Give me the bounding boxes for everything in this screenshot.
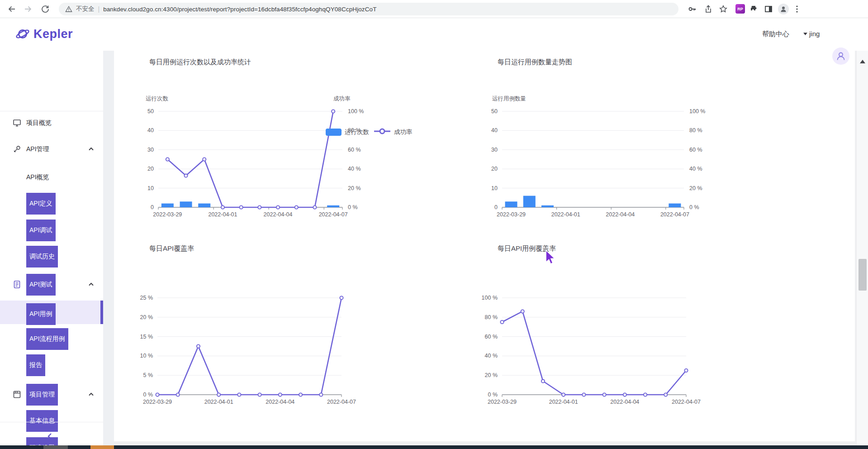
svg-text:成功率: 成功率 [333,96,351,102]
svg-text:30: 30 [147,147,154,153]
chevron-up-icon [88,146,95,153]
extension-rp-icon[interactable]: RP [735,4,745,14]
svg-text:2022-04-07: 2022-04-07 [319,211,348,218]
sidebar-item-api-flow-case[interactable]: API流程用例 [0,328,103,350]
kepler-logo[interactable]: Kepler [15,26,73,42]
sidebar-item-basic-info[interactable]: 基本信息 [0,410,103,432]
person-icon [836,51,846,61]
security-label: 不安全 [76,5,95,13]
legend-label: 成功率 [394,128,413,136]
browser-profile-avatar[interactable] [778,4,789,14]
svg-text:20 %: 20 % [140,314,153,320]
svg-text:2022-04-04: 2022-04-04 [264,211,293,218]
scrollbar-thumb[interactable] [859,259,867,291]
svg-text:0 %: 0 % [689,204,699,210]
svg-text:100 %: 100 % [348,108,364,115]
svg-text:60 %: 60 % [485,334,498,340]
sidebar-item-label: 基本信息 [26,410,58,432]
share-icon[interactable] [704,5,713,14]
page-scrollbar[interactable] [856,51,868,445]
svg-text:2022-04-01: 2022-04-01 [551,211,580,218]
user-avatar[interactable] [832,48,849,65]
sidebar-item-api-test[interactable]: API测试 [0,274,103,296]
svg-text:2022-03-29: 2022-03-29 [488,399,517,405]
svg-text:运行次数: 运行次数 [146,96,169,102]
app-header: Kepler 帮助中心 jing [0,18,868,51]
warning-icon [65,5,72,13]
sidebar-divider [0,422,103,422]
caret-down-icon [803,31,808,36]
side-panel-icon[interactable] [764,5,773,14]
svg-text:0 %: 0 % [488,392,498,398]
svg-text:50: 50 [491,108,498,115]
user-menu[interactable]: jing [803,30,820,38]
sidebar-item-label: API流程用例 [26,328,68,350]
password-key-icon[interactable] [688,5,697,14]
svg-text:5 %: 5 % [143,372,153,378]
sidebar-item-api-define[interactable]: API定义 [0,193,103,215]
svg-text:40 %: 40 % [689,166,702,172]
board-icon [13,390,22,399]
url-separator: | [98,5,100,13]
sidebar-item-project-manage[interactable]: 项目管理 [0,384,103,406]
sidebar-item-api-manage[interactable]: API管理 [0,139,103,160]
url-text: bankdev.cloud2go.cn:4300/project/test/re… [103,6,376,13]
svg-text:10 %: 10 % [140,353,153,359]
api-icon [13,145,22,154]
chart-title-case-trend: 每日运行用例数量走势图 [498,58,572,67]
chevron-left-icon [46,432,53,440]
svg-text:运行用例数量: 运行用例数量 [492,96,526,102]
username: jing [809,30,820,38]
sidebar-item-label: 报告 [26,354,45,376]
sidebar-item-label: API定义 [26,193,56,215]
svg-text:2022-04-01: 2022-04-01 [204,399,233,405]
svg-text:40: 40 [147,127,154,134]
svg-text:2022-04-01: 2022-04-01 [549,399,578,405]
forward-icon[interactable] [24,5,33,14]
sidebar-item-api-case[interactable]: API用例 [0,303,103,325]
collapse-sidebar-button[interactable] [38,429,62,444]
legend-item-bar[interactable]: 运行次数 [326,128,369,136]
svg-text:2022-04-01: 2022-04-01 [208,211,237,218]
browser-toolbar: 不安全 | bankdev.cloud2go.cn:4300/project/t… [0,0,868,18]
sidebar-item-report[interactable]: 报告 [0,354,103,376]
extensions-puzzle-icon[interactable] [749,5,759,14]
svg-text:2022-04-07: 2022-04-07 [327,399,356,405]
reload-icon[interactable] [41,5,50,14]
sidebar-item-debug-history[interactable]: 调试历史 [0,246,103,267]
svg-text:2022-04-04: 2022-04-04 [266,399,294,405]
video-progress-bar [0,445,868,449]
back-icon[interactable] [7,5,16,14]
svg-text:20 %: 20 % [689,185,702,191]
sidebar-item-api-overview[interactable]: API概览 [0,167,103,188]
svg-text:10: 10 [491,185,498,191]
svg-text:2022-04-04: 2022-04-04 [606,211,635,218]
legend-item-line[interactable]: 成功率 [374,128,413,137]
planet-icon [15,26,30,42]
sidebar-item-project-overview[interactable]: 项目概览 [0,112,103,134]
legend-line-swatch [374,128,391,137]
svg-text:40 %: 40 % [485,353,498,359]
sidebar-item-api-debug[interactable]: API调试 [0,220,103,241]
svg-text:20 %: 20 % [348,185,361,191]
chart-daily-case-coverage: 0 %20 %40 %60 %80 %100 %2022-03-292022-0… [470,272,742,407]
svg-text:2022-04-07: 2022-04-07 [672,399,701,405]
svg-text:2022-03-29: 2022-03-29 [143,399,172,405]
sidebar-nav: 项目概览API管理API概览API定义API调试调试历史API测试API用例AP… [0,51,103,445]
sidebar-item-label: API管理 [26,145,49,153]
chevron-up-icon [88,391,95,398]
svg-text:80 %: 80 % [689,127,702,134]
mouse-cursor [545,250,556,264]
report-content: 每日用例运行次数以及成功率统计 每日运行用例数量走势图 每日API覆盖率 每日A… [114,51,855,441]
scroll-up-arrow-icon[interactable] [860,60,865,63]
svg-text:0 %: 0 % [348,204,358,210]
svg-text:2022-03-29: 2022-03-29 [153,211,182,218]
svg-text:100 %: 100 % [689,108,705,115]
monitor-icon [13,119,22,128]
browser-menu-kebab-icon[interactable] [792,5,802,14]
bookmark-star-icon[interactable] [719,5,728,14]
address-bar[interactable]: 不安全 | bankdev.cloud2go.cn:4300/project/t… [59,3,678,15]
chart-daily-api-coverage: 0 %5 %10 %15 %20 %25 %2022-03-292022-04-… [127,272,398,407]
sidebar-item-label: API测试 [26,274,56,296]
help-center-link[interactable]: 帮助中心 [762,30,789,38]
